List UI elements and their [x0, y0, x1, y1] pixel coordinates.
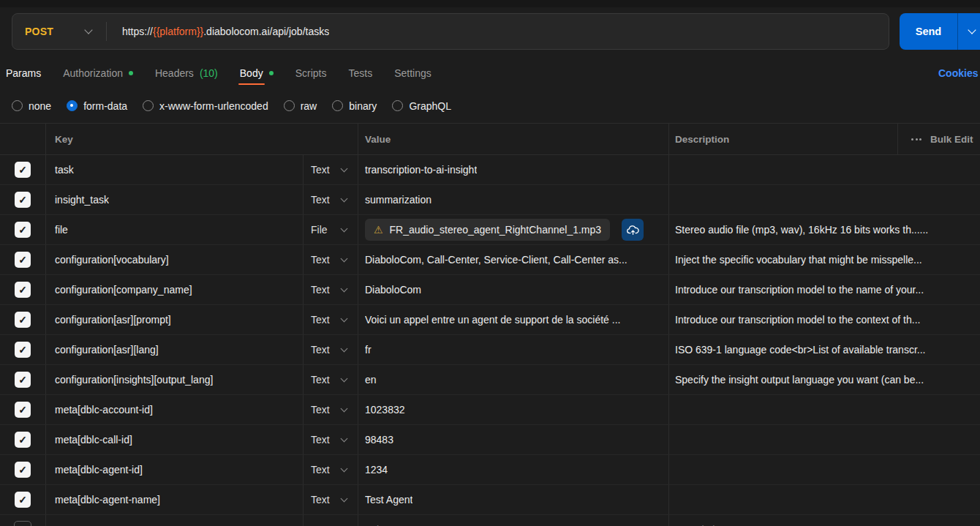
type-select[interactable]: Text — [304, 395, 358, 424]
description-cell[interactable] — [669, 395, 980, 424]
body-mode-graphql[interactable]: GraphQL — [392, 100, 451, 112]
description-cell[interactable]: Introduce our transcription model to the… — [669, 305, 980, 334]
type-select[interactable]: Text — [304, 275, 358, 304]
description-cell[interactable] — [669, 155, 980, 184]
key-cell[interactable]: insight_task — [46, 185, 304, 214]
key-cell[interactable]: meta[dblc-call-id] — [46, 425, 304, 454]
key-cell[interactable]: meta[dblc-account-id] — [46, 395, 304, 424]
chevron-down-icon — [341, 255, 348, 262]
tab-authorization[interactable]: Authorization — [63, 61, 133, 85]
send-options-caret[interactable] — [958, 13, 980, 50]
description-cell[interactable]: Stereo audio file (mp3, wav), 16kHz 16 b… — [669, 215, 980, 244]
type-select[interactable]: Text — [304, 305, 358, 334]
value-cell[interactable]: en — [358, 365, 669, 394]
checkmark-icon: ✓ — [18, 255, 27, 265]
send-label[interactable]: Send — [900, 13, 958, 50]
value-cell[interactable]: Voici un appel entre un agent de support… — [358, 305, 669, 334]
type-label: Text — [311, 494, 330, 506]
description-cell[interactable] — [669, 455, 980, 484]
key-cell[interactable]: task — [46, 155, 304, 184]
type-select[interactable]: Text — [304, 455, 358, 484]
tab-scripts[interactable]: Scripts — [295, 61, 327, 85]
description-cell[interactable]: Specify the insight output language you … — [669, 365, 980, 394]
row-checkbox[interactable]: ✓ — [15, 402, 31, 418]
radio-icon[interactable] — [143, 100, 154, 111]
row-checkbox[interactable]: ✓ — [15, 312, 31, 328]
value-cell[interactable]: summarization — [358, 185, 669, 214]
description-cell[interactable]: ISO 639-1 language code<br>List of avail… — [669, 335, 980, 364]
row-checkbox[interactable]: ✓ — [15, 372, 31, 388]
type-select[interactable]: Text — [304, 245, 358, 274]
tab-tests[interactable]: Tests — [349, 61, 373, 85]
key-cell[interactable]: configuration[asr][prompt] — [46, 305, 304, 334]
upload-file-button[interactable] — [622, 219, 644, 241]
value-cell[interactable]: Test Agent — [358, 485, 669, 514]
tab-settings[interactable]: Settings — [394, 61, 431, 85]
type-select[interactable]: Text — [304, 185, 358, 214]
value-cell[interactable]: fr — [358, 335, 669, 364]
value-cell[interactable]: 1234 — [358, 455, 669, 484]
type-select[interactable]: Text — [304, 335, 358, 364]
row-checkbox[interactable] — [14, 521, 31, 526]
radio-icon[interactable] — [284, 100, 295, 111]
type-select[interactable]: Text — [304, 485, 358, 514]
checkbox-cell: ✓ — [0, 275, 46, 304]
type-select[interactable]: File — [304, 215, 358, 244]
body-mode-form-data[interactable]: form-data — [67, 100, 127, 112]
description-cell[interactable] — [669, 425, 980, 454]
type-select[interactable]: Text — [304, 515, 358, 526]
file-chip[interactable]: ⚠ FR_audio_stereo_agent_RightChannel_1.m… — [365, 219, 610, 241]
key-cell[interactable]: meta[dblc-agent-id] — [46, 455, 304, 484]
radio-icon[interactable] — [67, 100, 78, 111]
request-url-bar[interactable]: POST https://{{platform}}.diabolocom.ai/… — [12, 13, 889, 50]
row-checkbox[interactable]: ✓ — [15, 192, 31, 208]
chevron-down-icon — [341, 345, 348, 352]
table-row: ✓ meta[dblc-account-id] Text 1023832 — [0, 395, 980, 425]
description-cell[interactable]: Inject the specific vocabulary that migh… — [669, 245, 980, 274]
value-cell[interactable]: DiaboloCom — [358, 275, 669, 304]
radio-icon[interactable] — [12, 100, 23, 111]
description-cell[interactable] — [669, 485, 980, 514]
key-cell[interactable]: configuration[company_name] — [46, 275, 304, 304]
value-cell[interactable]: ⚠ FR_audio_stereo_agent_RightChannel_1.m… — [358, 215, 669, 244]
row-checkbox[interactable]: ✓ — [15, 162, 31, 178]
tab-params[interactable]: Params — [6, 61, 41, 85]
type-select[interactable]: Text — [304, 365, 358, 394]
method-select[interactable]: POST — [12, 26, 106, 37]
body-mode-x-www-form-urlencoded[interactable]: x-www-form-urlencoded — [143, 100, 268, 112]
body-mode-none[interactable]: none — [12, 100, 51, 112]
row-checkbox[interactable]: ✓ — [15, 432, 31, 448]
radio-icon[interactable] — [392, 100, 403, 111]
key-cell[interactable]: meta[dblc-agent-name] — [46, 485, 304, 514]
key-cell[interactable]: configuration[vocabulary] — [46, 245, 304, 274]
row-checkbox[interactable]: ✓ — [15, 462, 31, 478]
type-select[interactable]: Text — [304, 155, 358, 184]
key-cell[interactable]: file — [46, 215, 304, 244]
url-input[interactable]: https://{{platform}}.diabolocom.ai/api/j… — [122, 26, 329, 37]
type-select[interactable]: Text — [304, 425, 358, 454]
cookies-link[interactable]: Cookies — [938, 61, 978, 85]
description-cell[interactable] — [669, 185, 980, 214]
table-new-row[interactable]: Key Text Value Description — [0, 515, 980, 526]
key-cell[interactable]: configuration[insights][output_lang] — [46, 365, 304, 394]
row-checkbox[interactable]: ✓ — [15, 492, 31, 508]
value-cell[interactable]: 1023832 — [358, 395, 669, 424]
key-cell[interactable]: configuration[asr][lang] — [46, 335, 304, 364]
row-checkbox[interactable]: ✓ — [15, 282, 31, 298]
tab-body[interactable]: Body — [240, 61, 274, 85]
value-cell[interactable]: transcription-to-ai-insight — [358, 155, 669, 184]
description-cell[interactable]: Introduce our transcription model to the… — [669, 275, 980, 304]
table-body: ✓ task Text transcription-to-ai-insight … — [0, 155, 980, 515]
send-button[interactable]: Send — [900, 13, 980, 50]
radio-icon[interactable] — [332, 100, 343, 111]
row-checkbox[interactable]: ✓ — [15, 222, 31, 238]
tab-headers[interactable]: Headers (10) — [155, 61, 218, 85]
value-cell[interactable]: DiaboloCom, Call-Center, Service-Client,… — [358, 245, 669, 274]
bulk-edit-toggle[interactable]: Bulk Edit — [898, 124, 980, 154]
row-checkbox[interactable]: ✓ — [15, 342, 31, 358]
checkmark-icon: ✓ — [18, 195, 27, 205]
value-cell[interactable]: 98483 — [358, 425, 669, 454]
body-mode-raw[interactable]: raw — [284, 100, 317, 112]
row-checkbox[interactable]: ✓ — [15, 252, 31, 268]
body-mode-binary[interactable]: binary — [332, 100, 377, 112]
